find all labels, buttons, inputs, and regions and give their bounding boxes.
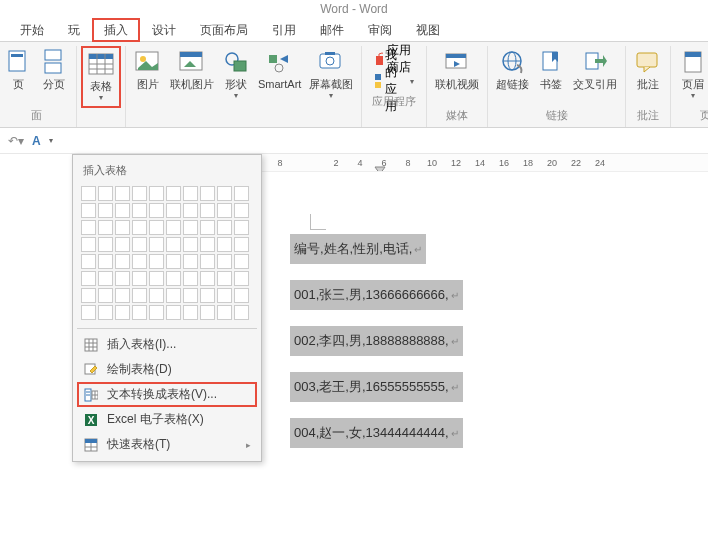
- grid-cell[interactable]: [200, 288, 215, 303]
- grid-cell[interactable]: [149, 288, 164, 303]
- grid-cell[interactable]: [217, 288, 232, 303]
- grid-cell[interactable]: [217, 237, 232, 252]
- grid-cell[interactable]: [166, 254, 181, 269]
- grid-cell[interactable]: [132, 220, 147, 235]
- grid-cell[interactable]: [81, 254, 96, 269]
- grid-cell[interactable]: [81, 220, 96, 235]
- comment-button[interactable]: 批注: [630, 46, 666, 108]
- grid-cell[interactable]: [183, 271, 198, 286]
- undo-button[interactable]: ↶▾: [8, 134, 24, 148]
- grid-cell[interactable]: [166, 203, 181, 218]
- grid-cell[interactable]: [132, 305, 147, 320]
- grid-cell[interactable]: [98, 220, 113, 235]
- grid-cell[interactable]: [200, 271, 215, 286]
- document-line[interactable]: 004,赵一,女,13444444444,↵: [290, 418, 463, 448]
- picture-button[interactable]: 图片: [130, 46, 166, 108]
- online-picture-button[interactable]: 联机图片: [166, 46, 218, 108]
- document-line[interactable]: 002,李四,男,18888888888,↵: [290, 326, 463, 356]
- grid-cell[interactable]: [115, 203, 130, 218]
- grid-cell[interactable]: [166, 305, 181, 320]
- grid-cell[interactable]: [183, 186, 198, 201]
- tab-home[interactable]: 开始: [8, 18, 56, 42]
- grid-cell[interactable]: [166, 237, 181, 252]
- grid-cell[interactable]: [149, 220, 164, 235]
- crossref-button[interactable]: 交叉引用: [569, 46, 621, 108]
- table-grid-selector[interactable]: [77, 182, 257, 325]
- hyperlink-button[interactable]: 超链接: [492, 46, 533, 108]
- my-apps-button[interactable]: 我的应用 ▾: [370, 70, 418, 92]
- grid-cell[interactable]: [166, 186, 181, 201]
- grid-cell[interactable]: [217, 305, 232, 320]
- grid-cell[interactable]: [149, 271, 164, 286]
- quick-tables-item[interactable]: 快速表格(T) ▸: [77, 432, 257, 457]
- tab-insert[interactable]: 插入: [92, 18, 140, 42]
- grid-cell[interactable]: [115, 271, 130, 286]
- grid-cell[interactable]: [115, 254, 130, 269]
- grid-cell[interactable]: [217, 220, 232, 235]
- grid-cell[interactable]: [81, 288, 96, 303]
- tab-design[interactable]: 设计: [140, 18, 188, 42]
- grid-cell[interactable]: [234, 186, 249, 201]
- grid-cell[interactable]: [234, 254, 249, 269]
- insert-table-item[interactable]: 插入表格(I)...: [77, 332, 257, 357]
- grid-cell[interactable]: [81, 237, 96, 252]
- grid-cell[interactable]: [81, 305, 96, 320]
- grid-cell[interactable]: [149, 237, 164, 252]
- grid-cell[interactable]: [217, 203, 232, 218]
- grid-cell[interactable]: [98, 288, 113, 303]
- grid-cell[interactable]: [115, 237, 130, 252]
- grid-cell[interactable]: [98, 254, 113, 269]
- grid-cell[interactable]: [217, 186, 232, 201]
- tab-references[interactable]: 引用: [260, 18, 308, 42]
- shapes-button[interactable]: 形状 ▾: [218, 46, 254, 108]
- grid-cell[interactable]: [234, 203, 249, 218]
- header-button[interactable]: 页眉 ▾: [675, 46, 708, 108]
- indent-marker-icon[interactable]: [374, 166, 386, 172]
- tab-play[interactable]: 玩: [56, 18, 92, 42]
- grid-cell[interactable]: [132, 237, 147, 252]
- grid-cell[interactable]: [183, 288, 198, 303]
- online-video-button[interactable]: 联机视频: [431, 46, 483, 108]
- smartart-button[interactable]: SmartArt: [254, 46, 305, 108]
- grid-cell[interactable]: [234, 305, 249, 320]
- grid-cell[interactable]: [166, 288, 181, 303]
- excel-item[interactable]: X Excel 电子表格(X): [77, 407, 257, 432]
- grid-cell[interactable]: [132, 271, 147, 286]
- page-break-button[interactable]: 分页: [36, 46, 72, 108]
- grid-cell[interactable]: [166, 271, 181, 286]
- grid-cell[interactable]: [200, 186, 215, 201]
- grid-cell[interactable]: [200, 237, 215, 252]
- grid-cell[interactable]: [166, 220, 181, 235]
- grid-cell[interactable]: [115, 305, 130, 320]
- grid-cell[interactable]: [149, 203, 164, 218]
- grid-cell[interactable]: [217, 254, 232, 269]
- grid-cell[interactable]: [234, 237, 249, 252]
- grid-cell[interactable]: [98, 203, 113, 218]
- document-line[interactable]: 003,老王,男,16555555555,↵: [290, 372, 463, 402]
- grid-cell[interactable]: [115, 186, 130, 201]
- font-style-button[interactable]: A: [32, 134, 41, 148]
- grid-cell[interactable]: [132, 203, 147, 218]
- grid-cell[interactable]: [200, 305, 215, 320]
- grid-cell[interactable]: [132, 288, 147, 303]
- grid-cell[interactable]: [149, 305, 164, 320]
- document-line[interactable]: 001,张三,男,13666666666,↵: [290, 280, 463, 310]
- tab-view[interactable]: 视图: [404, 18, 452, 42]
- grid-cell[interactable]: [81, 186, 96, 201]
- grid-cell[interactable]: [183, 254, 198, 269]
- grid-cell[interactable]: [234, 271, 249, 286]
- grid-cell[interactable]: [183, 305, 198, 320]
- grid-cell[interactable]: [217, 271, 232, 286]
- cover-page-button[interactable]: 页: [0, 46, 36, 108]
- grid-cell[interactable]: [81, 203, 96, 218]
- grid-cell[interactable]: [183, 203, 198, 218]
- grid-cell[interactable]: [98, 271, 113, 286]
- grid-cell[interactable]: [183, 237, 198, 252]
- grid-cell[interactable]: [149, 186, 164, 201]
- grid-cell[interactable]: [234, 220, 249, 235]
- tab-mailings[interactable]: 邮件: [308, 18, 356, 42]
- tab-review[interactable]: 审阅: [356, 18, 404, 42]
- document-page[interactable]: 编号,姓名,性别,电话,↵ 001,张三,男,13666666666,↵ 002…: [290, 234, 690, 464]
- grid-cell[interactable]: [183, 220, 198, 235]
- grid-cell[interactable]: [98, 186, 113, 201]
